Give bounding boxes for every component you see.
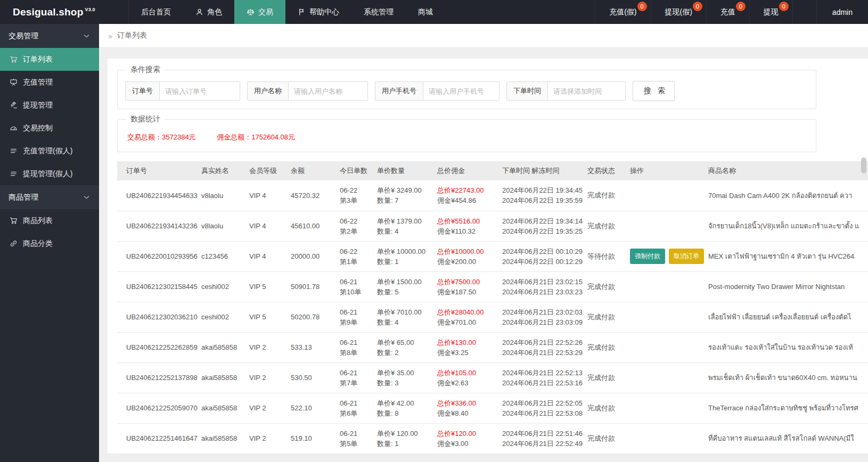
quick-link-2[interactable]: 提现(假)0 xyxy=(651,0,706,24)
product-name-cell: MEX เตาไฟฟ้าฐานเซรามิก 4 หัวเตา รุ่น HVC… xyxy=(703,241,868,271)
nav-item-label: 商城 xyxy=(418,7,433,17)
real-name-cell: akai585858 xyxy=(196,332,244,362)
search-field-input-1[interactable] xyxy=(160,82,240,100)
nav-item-6[interactable]: 商城 xyxy=(406,0,445,24)
actions-cell xyxy=(625,362,703,393)
status-badge: 完成付款 xyxy=(587,404,615,412)
search-field-2: 用户名称 xyxy=(247,81,368,101)
total-price: 总价¥105.00 xyxy=(437,368,492,378)
total-price: 总价¥5516.00 xyxy=(437,216,492,226)
list-icon xyxy=(10,170,18,178)
sidebar-item-1-1[interactable]: 订单列表 xyxy=(0,48,99,71)
sidebar-group-1[interactable]: 交易管理 xyxy=(0,24,99,48)
order-no-cell: UB2406221934143236 xyxy=(117,211,196,241)
sidebar-item-label: 提现管理(假人) xyxy=(23,169,72,179)
status-badge: 完成付款 xyxy=(587,374,615,382)
table-row: UB2406221934143236v8laoluVIP 445610.0006… xyxy=(117,211,868,241)
menu-toggle-button[interactable] xyxy=(99,0,129,24)
status-badge: 完成付款 xyxy=(587,283,615,291)
quick-link-label: 提现 xyxy=(764,7,779,17)
table-row: UB2406221934454633v8laoluVIP 445720.3206… xyxy=(117,180,868,211)
vip-level-cell: VIP 2 xyxy=(244,332,285,362)
sidebar-item-1-5[interactable]: 充值管理(假人) xyxy=(0,139,99,162)
sidebar-item-1-4[interactable]: 交易控制 xyxy=(0,117,99,139)
order-no-cell: UB2406212252059070 xyxy=(117,393,196,423)
cart-icon xyxy=(10,217,18,225)
column-header: 订单号 xyxy=(117,161,196,180)
cart-icon xyxy=(10,55,18,63)
time-cell: 2024年06月21日 23:02:032024年06月21日 23:03:09 xyxy=(497,302,582,332)
sidebar-item-1-2[interactable]: 充值管理 xyxy=(0,71,99,94)
nav-item-2[interactable]: 角色 xyxy=(183,0,234,24)
sidebar-item-2-2[interactable]: 商品分类 xyxy=(0,232,99,255)
list-icon xyxy=(10,147,18,155)
real-name-cell: akai585858 xyxy=(196,362,244,393)
product-name: พรมเช็ดเท้า ผ้าเช็ดเท้า ขนาด60X40 cm. ทอ… xyxy=(708,374,857,382)
orders-table: 订单号真实姓名会员等级余额今日单数单价数量总价佣金下单时间 解冻时间交易状态操作… xyxy=(117,161,868,454)
sidebar-item-2-1[interactable]: 商品列表 xyxy=(0,209,99,232)
total-price: 总价¥22743.00 xyxy=(437,185,492,195)
table-row: UB2406212252262859akai585858VIP 2533.130… xyxy=(117,332,868,362)
nav-item-1[interactable]: 后台首页 xyxy=(129,0,183,24)
product-name: รองเท้าแตะ รองเท้าใส่ในบ้าน รองเท้านวด ร… xyxy=(708,343,853,351)
column-header: 交易状态 xyxy=(582,161,625,180)
nav-item-5[interactable]: 系统管理 xyxy=(351,0,406,24)
daily-orders-cell: 06-21第7单 xyxy=(334,362,372,393)
force-pay-button[interactable]: 强制付款 xyxy=(630,249,665,264)
sidebar-group-2[interactable]: 商品管理 xyxy=(0,185,99,209)
product-name-cell: รองเท้าแตะ รองเท้าใส่ในบ้าน รองเท้านวด ร… xyxy=(703,332,868,362)
total-price: 总价¥10000.00 xyxy=(437,246,492,257)
order-no-cell: UB2406212302158445 xyxy=(117,271,196,302)
table-row: UB2406212252059070akai585858VIP 2522.100… xyxy=(117,393,868,423)
commission: 佣金¥3.25 xyxy=(437,348,492,358)
sidebar-item-label: 充值管理(假人) xyxy=(23,146,72,156)
search-button[interactable]: 搜 索 xyxy=(633,81,675,101)
product-name: 70mai Dash Cam A400 2K กล้องติดรถยนต์ คว… xyxy=(708,192,852,200)
total-commission-cell: 总价¥7500.00佣金¥187.50 xyxy=(432,271,497,302)
status-cell: 完成付款 xyxy=(582,180,625,211)
product-name-cell: ที่คีบอาหาร สแตนเลสแท้ สีโรสโกลด์ WANNA(… xyxy=(703,423,868,453)
orders-table-wrap: 订单号真实姓名会员等级余额今日单数单价数量总价佣金下单时间 解冻时间交易状态操作… xyxy=(117,161,868,454)
user-menu[interactable]: admin xyxy=(816,0,868,24)
quick-link-4[interactable]: 提现0 xyxy=(749,0,792,24)
balance-cell: 45720.32 xyxy=(285,180,334,211)
notification-badge: 0 xyxy=(779,2,789,11)
quick-link-3[interactable]: 充值0 xyxy=(706,0,749,24)
product-name-cell: เลื่อยไฟฟ้า เลื่อยยนต์ เครื่องเลื่อยยนต์… xyxy=(703,302,868,332)
column-header: 真实姓名 xyxy=(196,161,244,180)
status-badge: 完成付款 xyxy=(587,222,615,230)
table-header-row: 订单号真实姓名会员等级余额今日单数单价数量总价佣金下单时间 解冻时间交易状态操作… xyxy=(117,161,868,180)
time-cell: 2024年06月21日 23:02:152024年06月21日 23:03:23 xyxy=(497,271,582,302)
top-nav: 后台首页角色交易帮助中心系统管理商城 xyxy=(129,0,445,24)
search-field-input-2[interactable] xyxy=(289,82,367,100)
product-name: จักรยานเด็ก18นิ้ว(V8)เหล็ก แถมตะกร้าและข… xyxy=(708,222,859,230)
search-field-input-4[interactable] xyxy=(548,82,625,100)
search-field-input-3[interactable] xyxy=(423,82,499,100)
refresh-button[interactable] xyxy=(792,0,816,24)
status-badge: 完成付款 xyxy=(587,343,615,351)
cancel-order-button[interactable]: 取消订单 xyxy=(669,249,704,264)
time-cell: 2024年06月21日 22:52:262024年06月21日 22:53:29 xyxy=(497,332,582,362)
column-header: 余额 xyxy=(285,161,334,180)
balance-cell: 20000.00 xyxy=(285,241,334,271)
status-badge: 等待付款 xyxy=(587,252,615,260)
chevron-down-icon xyxy=(83,193,91,201)
sidebar-group-label: 交易管理 xyxy=(9,31,38,41)
actions-cell xyxy=(625,302,703,332)
daily-orders-cell: 06-21第5单 xyxy=(334,423,372,453)
daily-orders-cell: 06-22第3单 xyxy=(334,180,372,211)
vertical-scrollbar[interactable] xyxy=(861,158,866,174)
sidebar-item-1-6[interactable]: 提现管理(假人) xyxy=(0,162,99,185)
nav-item-3[interactable]: 交易 xyxy=(234,0,285,24)
app-logo[interactable]: Desigual.shop V3.0 xyxy=(0,0,99,24)
quick-link-1[interactable]: 充值(假)0 xyxy=(595,0,650,24)
order-no-cell: UB2406212302036210 xyxy=(117,302,196,332)
column-header: 单价数量 xyxy=(372,161,432,180)
nav-item-4[interactable]: 帮助中心 xyxy=(285,0,351,24)
product-name-cell: 70mai Dash Cam A400 2K กล้องติดรถยนต์ คว… xyxy=(703,180,868,211)
total-commission-cell: 总价¥5516.00佣金¥110.32 xyxy=(432,211,497,241)
unit-price-qty-cell: 单价¥ 65.00数量: 2 xyxy=(372,332,432,362)
vip-level-cell: VIP 5 xyxy=(244,271,285,302)
stats-line: 交易总额：3572384元 佣金总额：1752604.08元 xyxy=(125,126,808,144)
sidebar-item-1-3[interactable]: 提现管理 xyxy=(0,94,99,117)
